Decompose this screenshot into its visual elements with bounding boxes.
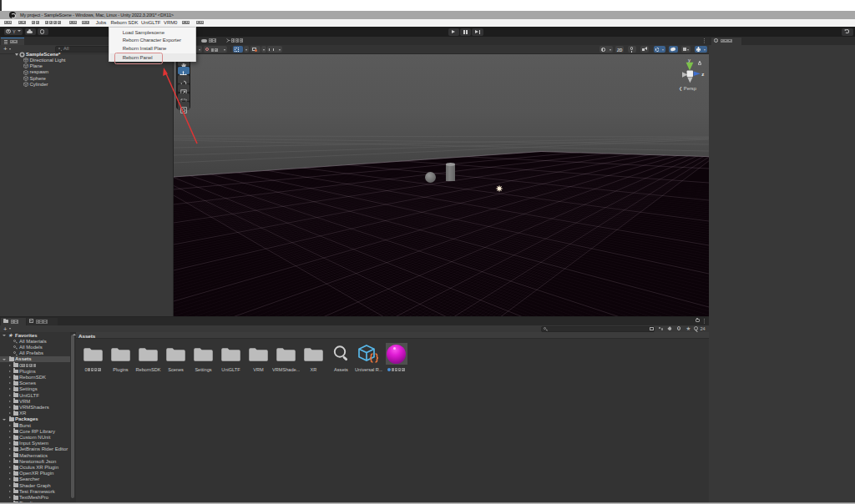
svg-text:y: y [688,58,691,63]
svg-text:z: z [701,71,704,77]
